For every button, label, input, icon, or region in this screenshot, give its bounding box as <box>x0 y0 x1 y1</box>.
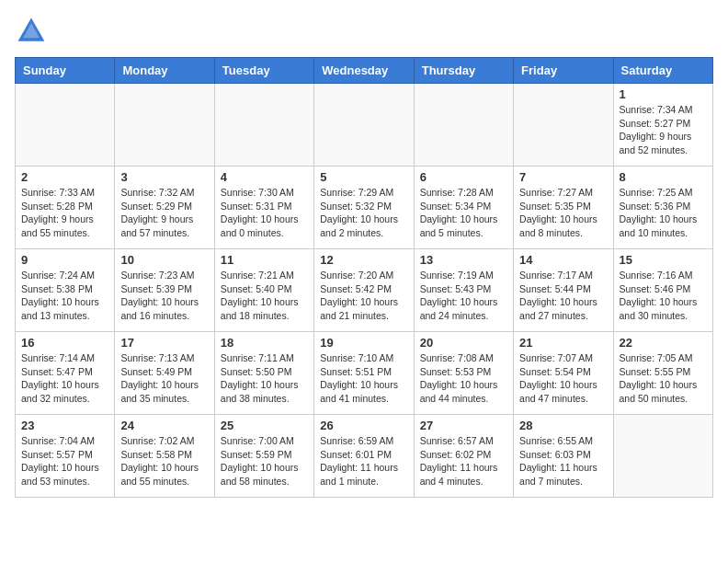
day-number: 15 <box>620 253 707 267</box>
days-header-row: SundayMondayTuesdayWednesdayThursdayFrid… <box>16 58 713 84</box>
calendar-cell: 10Sunrise: 7:23 AM Sunset: 5:39 PM Dayli… <box>115 249 214 332</box>
day-number: 9 <box>21 253 108 267</box>
week-row-2: 2Sunrise: 7:33 AM Sunset: 5:28 PM Daylig… <box>16 167 713 249</box>
day-number: 21 <box>519 336 607 350</box>
day-info: Sunrise: 7:17 AM Sunset: 5:44 PM Dayligh… <box>519 269 607 323</box>
day-info: Sunrise: 7:02 AM Sunset: 5:58 PM Dayligh… <box>120 434 208 488</box>
page-header <box>15 15 713 48</box>
calendar-cell: 9Sunrise: 7:24 AM Sunset: 5:38 PM Daylig… <box>16 249 115 332</box>
calendar-cell <box>16 84 115 167</box>
week-row-5: 23Sunrise: 7:04 AM Sunset: 5:57 PM Dayli… <box>16 415 713 498</box>
day-header-sunday: Sunday <box>16 58 115 84</box>
day-number: 14 <box>519 253 607 267</box>
day-header-tuesday: Tuesday <box>214 58 313 84</box>
day-info: Sunrise: 7:04 AM Sunset: 5:57 PM Dayligh… <box>21 434 108 488</box>
day-number: 10 <box>120 253 208 267</box>
calendar-cell: 28Sunrise: 6:55 AM Sunset: 6:03 PM Dayli… <box>514 415 613 498</box>
day-info: Sunrise: 6:59 AM Sunset: 6:01 PM Dayligh… <box>320 434 407 488</box>
day-number: 12 <box>320 253 407 267</box>
calendar-cell: 18Sunrise: 7:11 AM Sunset: 5:50 PM Dayli… <box>214 332 313 415</box>
calendar-cell: 6Sunrise: 7:28 AM Sunset: 5:34 PM Daylig… <box>414 167 513 249</box>
day-number: 25 <box>221 419 308 432</box>
calendar-cell: 3Sunrise: 7:32 AM Sunset: 5:29 PM Daylig… <box>115 167 214 249</box>
calendar-cell: 17Sunrise: 7:13 AM Sunset: 5:49 PM Dayli… <box>115 332 214 415</box>
calendar-cell <box>613 415 712 498</box>
day-number: 19 <box>320 336 407 350</box>
day-info: Sunrise: 7:19 AM Sunset: 5:43 PM Dayligh… <box>420 269 507 323</box>
day-number: 8 <box>620 170 707 184</box>
day-info: Sunrise: 7:32 AM Sunset: 5:29 PM Dayligh… <box>120 186 208 240</box>
day-info: Sunrise: 7:10 AM Sunset: 5:51 PM Dayligh… <box>320 351 407 406</box>
week-row-4: 16Sunrise: 7:14 AM Sunset: 5:47 PM Dayli… <box>16 332 713 415</box>
calendar-cell <box>214 84 313 167</box>
day-info: Sunrise: 7:23 AM Sunset: 5:39 PM Dayligh… <box>120 269 208 323</box>
day-number: 2 <box>21 170 108 184</box>
calendar-cell <box>514 84 613 167</box>
day-info: Sunrise: 7:24 AM Sunset: 5:38 PM Dayligh… <box>21 269 108 323</box>
day-number: 23 <box>21 419 108 432</box>
day-number: 20 <box>420 336 507 350</box>
calendar-cell: 24Sunrise: 7:02 AM Sunset: 5:58 PM Dayli… <box>115 415 214 498</box>
day-number: 5 <box>320 170 407 184</box>
day-header-friday: Friday <box>514 58 613 84</box>
day-number: 16 <box>21 336 108 350</box>
calendar-cell: 1Sunrise: 7:34 AM Sunset: 5:27 PM Daylig… <box>613 84 712 167</box>
week-row-3: 9Sunrise: 7:24 AM Sunset: 5:38 PM Daylig… <box>16 249 713 332</box>
calendar-cell: 27Sunrise: 6:57 AM Sunset: 6:02 PM Dayli… <box>414 415 513 498</box>
day-number: 26 <box>320 419 407 432</box>
calendar-cell: 20Sunrise: 7:08 AM Sunset: 5:53 PM Dayli… <box>414 332 513 415</box>
calendar-cell: 16Sunrise: 7:14 AM Sunset: 5:47 PM Dayli… <box>16 332 115 415</box>
day-info: Sunrise: 7:28 AM Sunset: 5:34 PM Dayligh… <box>420 186 507 240</box>
calendar-table: SundayMondayTuesdayWednesdayThursdayFrid… <box>15 57 713 498</box>
calendar-cell <box>314 84 414 167</box>
logo-icon <box>15 15 48 48</box>
day-number: 24 <box>120 419 208 432</box>
day-number: 28 <box>519 419 607 432</box>
day-number: 1 <box>620 87 707 101</box>
day-info: Sunrise: 7:14 AM Sunset: 5:47 PM Dayligh… <box>21 351 108 406</box>
day-info: Sunrise: 7:33 AM Sunset: 5:28 PM Dayligh… <box>21 186 108 240</box>
calendar-cell: 26Sunrise: 6:59 AM Sunset: 6:01 PM Dayli… <box>314 415 414 498</box>
calendar-cell: 19Sunrise: 7:10 AM Sunset: 5:51 PM Dayli… <box>314 332 414 415</box>
day-info: Sunrise: 7:29 AM Sunset: 5:32 PM Dayligh… <box>320 186 407 240</box>
calendar-cell <box>414 84 513 167</box>
day-info: Sunrise: 7:05 AM Sunset: 5:55 PM Dayligh… <box>620 351 707 406</box>
day-info: Sunrise: 7:25 AM Sunset: 5:36 PM Dayligh… <box>620 186 707 240</box>
day-info: Sunrise: 7:20 AM Sunset: 5:42 PM Dayligh… <box>320 269 407 323</box>
calendar-cell: 8Sunrise: 7:25 AM Sunset: 5:36 PM Daylig… <box>613 167 712 249</box>
day-number: 22 <box>620 336 707 350</box>
calendar-cell: 13Sunrise: 7:19 AM Sunset: 5:43 PM Dayli… <box>414 249 513 332</box>
day-header-monday: Monday <box>115 58 214 84</box>
calendar-cell <box>115 84 214 167</box>
day-header-wednesday: Wednesday <box>314 58 414 84</box>
day-info: Sunrise: 7:11 AM Sunset: 5:50 PM Dayligh… <box>221 351 308 406</box>
calendar-cell: 23Sunrise: 7:04 AM Sunset: 5:57 PM Dayli… <box>16 415 115 498</box>
calendar-cell: 12Sunrise: 7:20 AM Sunset: 5:42 PM Dayli… <box>314 249 414 332</box>
day-header-saturday: Saturday <box>613 58 712 84</box>
day-number: 18 <box>221 336 308 350</box>
day-number: 6 <box>420 170 507 184</box>
calendar-cell: 15Sunrise: 7:16 AM Sunset: 5:46 PM Dayli… <box>613 249 712 332</box>
day-number: 7 <box>519 170 607 184</box>
day-info: Sunrise: 7:34 AM Sunset: 5:27 PM Dayligh… <box>620 103 707 157</box>
logo <box>15 15 51 48</box>
day-info: Sunrise: 7:07 AM Sunset: 5:54 PM Dayligh… <box>519 351 607 406</box>
day-info: Sunrise: 7:27 AM Sunset: 5:35 PM Dayligh… <box>519 186 607 240</box>
day-number: 11 <box>221 253 308 267</box>
calendar-cell: 4Sunrise: 7:30 AM Sunset: 5:31 PM Daylig… <box>214 167 313 249</box>
calendar-cell: 7Sunrise: 7:27 AM Sunset: 5:35 PM Daylig… <box>514 167 613 249</box>
calendar-cell: 11Sunrise: 7:21 AM Sunset: 5:40 PM Dayli… <box>214 249 313 332</box>
day-info: Sunrise: 7:21 AM Sunset: 5:40 PM Dayligh… <box>221 269 308 323</box>
calendar-cell: 25Sunrise: 7:00 AM Sunset: 5:59 PM Dayli… <box>214 415 313 498</box>
day-info: Sunrise: 6:55 AM Sunset: 6:03 PM Dayligh… <box>519 434 607 488</box>
day-info: Sunrise: 7:30 AM Sunset: 5:31 PM Dayligh… <box>221 186 308 240</box>
day-number: 17 <box>120 336 208 350</box>
calendar-cell: 21Sunrise: 7:07 AM Sunset: 5:54 PM Dayli… <box>514 332 613 415</box>
day-info: Sunrise: 7:13 AM Sunset: 5:49 PM Dayligh… <box>120 351 208 406</box>
day-info: Sunrise: 7:16 AM Sunset: 5:46 PM Dayligh… <box>620 269 707 323</box>
calendar-cell: 22Sunrise: 7:05 AM Sunset: 5:55 PM Dayli… <box>613 332 712 415</box>
calendar-cell: 5Sunrise: 7:29 AM Sunset: 5:32 PM Daylig… <box>314 167 414 249</box>
calendar-cell: 2Sunrise: 7:33 AM Sunset: 5:28 PM Daylig… <box>16 167 115 249</box>
day-info: Sunrise: 6:57 AM Sunset: 6:02 PM Dayligh… <box>420 434 507 488</box>
day-info: Sunrise: 7:00 AM Sunset: 5:59 PM Dayligh… <box>221 434 308 488</box>
